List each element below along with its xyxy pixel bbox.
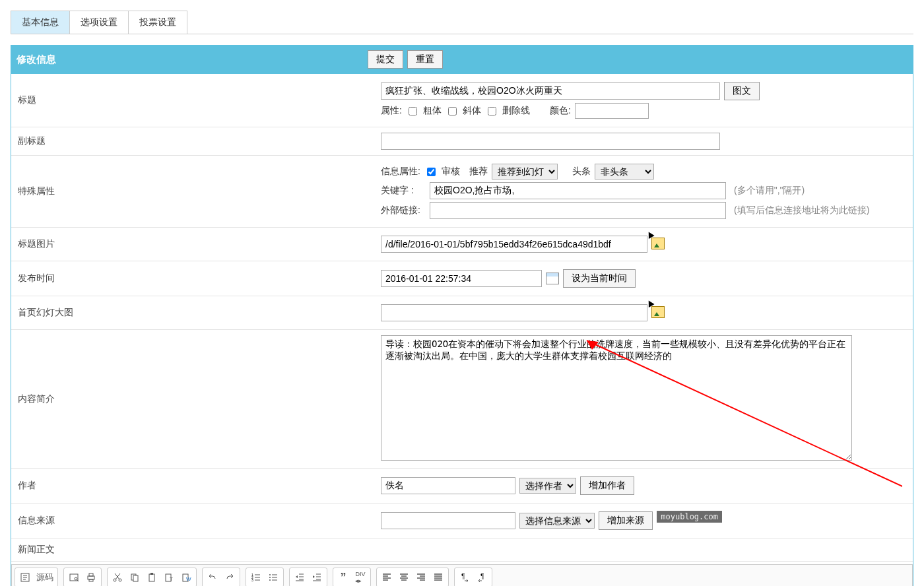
extlink-hint: (填写后信息连接地址将为此链接) [734,205,869,216]
div-icon[interactable]: DIV◂▸ [352,570,369,585]
svg-rect-7 [89,573,93,576]
strike-checkbox[interactable] [488,107,496,115]
svg-rect-13 [149,574,154,581]
titlepic-input[interactable] [381,236,647,253]
author-input[interactable] [381,477,515,494]
author-select[interactable]: 选择作者 [519,478,576,494]
bold-label: 粗体 [423,105,442,117]
titlepic-label: 标题图片 [11,228,374,261]
svg-point-24 [269,579,271,581]
svg-point-22 [269,574,271,575]
align-left-icon[interactable] [378,570,395,585]
source-label: 信息来源 [11,504,374,538]
keyword-label: 关键字 : [381,185,426,197]
align-right-icon[interactable] [412,570,430,585]
paste-icon[interactable] [143,570,160,585]
align-center-icon[interactable] [395,570,412,585]
bullet-list-icon[interactable] [265,570,282,585]
svg-point-23 [269,577,271,578]
rich-editor: 源码 T W 123 [11,564,913,586]
svg-rect-6 [88,576,94,579]
cut-icon[interactable] [109,570,126,585]
add-source-button[interactable]: 增加来源 [599,511,653,530]
source-select[interactable]: 选择信息来源 [519,513,595,529]
keyword-hint: (多个请用","隔开) [734,185,805,197]
infoattr-label: 信息属性: [381,166,420,178]
tab-basic[interactable]: 基本信息 [11,11,70,34]
color-picker[interactable] [575,103,649,119]
panel-title: 修改信息 [16,53,368,66]
tab-vote[interactable]: 投票设置 [129,11,187,34]
set-current-time-button[interactable]: 设为当前时间 [563,269,636,288]
recommend-select[interactable]: 推荐到幻灯 [492,164,558,179]
headline-select[interactable]: 非头条 [595,164,654,179]
slide-input[interactable] [381,304,647,321]
svg-point-4 [75,577,77,580]
title-input[interactable] [381,82,720,100]
slide-label: 首页幻灯大图 [11,296,374,330]
reset-button[interactable]: 重置 [407,50,443,69]
pubtime-input[interactable] [381,270,542,287]
keyword-input[interactable] [430,182,726,199]
title-imgtext-button[interactable]: 图文 [724,82,760,100]
calendar-icon[interactable] [546,273,559,284]
paste-word-icon[interactable]: W [178,570,195,585]
svg-text:T: T [170,576,173,582]
svg-line-5 [77,580,79,581]
strike-label: 删除线 [502,105,530,117]
edit-panel: 修改信息 提交 重置 标题 图文 属性: 粗体 斜体 删除线 颜色: [11,45,913,586]
align-justify-icon[interactable] [430,570,447,585]
preview-icon[interactable] [65,570,82,585]
special-label: 特殊属性 [11,156,374,228]
undo-icon[interactable] [204,570,221,585]
svg-text:3: 3 [251,578,253,582]
audit-checkbox[interactable] [427,168,436,176]
tab-options[interactable]: 选项设置 [70,11,129,34]
color-label: 颜色: [550,105,571,117]
intro-textarea[interactable]: 导读：校园O2O在资本的催动下将会加速整个行业的洗牌速度，当前一些规模较小、且没… [381,335,852,461]
italic-checkbox[interactable] [448,107,457,115]
svg-text:¶: ¶ [461,573,465,580]
print-icon[interactable] [82,570,100,585]
subtitle-input[interactable] [381,133,720,150]
redo-icon[interactable] [221,570,238,585]
image-picker-icon[interactable] [651,306,665,318]
copy-icon[interactable] [126,570,143,585]
submit-button[interactable]: 提交 [368,50,403,69]
svg-text:W: W [186,576,191,582]
pubtime-label: 发布时间 [11,261,374,296]
rtl-icon[interactable]: ¶ [473,570,490,585]
add-author-button[interactable]: 增加作者 [580,476,634,495]
svg-rect-8 [89,579,93,581]
recommend-label: 推荐 [469,166,488,178]
svg-text:¶: ¶ [480,573,484,580]
watermark: moyublog.com [657,511,722,523]
intro-label: 内容简介 [11,330,374,469]
source-button[interactable]: 源码 [34,570,56,585]
source-input[interactable] [381,512,515,529]
blockquote-icon[interactable]: ” [335,570,352,585]
svg-rect-12 [133,575,138,581]
outdent-icon[interactable] [291,570,308,585]
audit-label: 审核 [442,166,460,178]
source-icon[interactable] [16,570,34,585]
indent-icon[interactable] [308,570,325,585]
extlink-input[interactable] [430,202,726,219]
bold-checkbox[interactable] [409,107,417,115]
tabs: 基本信息 选项设置 投票设置 [11,11,913,34]
headline-label: 头条 [572,166,591,178]
subtitle-label: 副标题 [11,127,374,156]
attr-label: 属性: [381,105,402,117]
author-label: 作者 [11,469,374,504]
paste-text-icon[interactable]: T [160,570,178,585]
extlink-label: 外部链接: [381,205,426,216]
numbered-list-icon[interactable]: 123 [248,570,265,585]
image-picker-icon[interactable] [651,238,665,249]
title-label: 标题 [11,74,374,127]
svg-rect-14 [150,573,153,575]
italic-label: 斜体 [463,105,481,117]
ltr-icon[interactable]: ¶ [456,570,473,585]
newsbody-label: 新闻正文 [11,538,913,562]
